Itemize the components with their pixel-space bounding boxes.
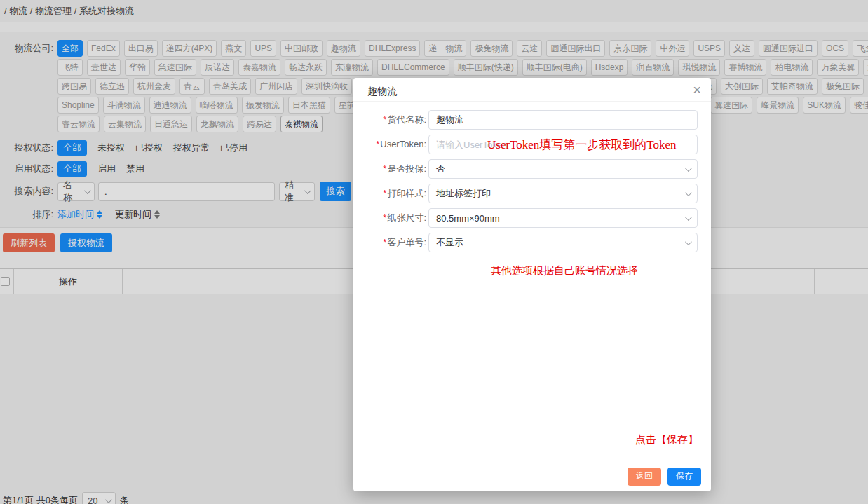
insurance-select[interactable]: 否 bbox=[428, 159, 698, 179]
chevron-down-icon bbox=[685, 238, 692, 245]
dialog-note-save: 点击【保存】 bbox=[635, 433, 698, 447]
field-usertoken: *UserToken: UserToken填写第一步获取到的Token bbox=[353, 135, 711, 154]
close-icon[interactable]: × bbox=[693, 82, 701, 97]
customer-number-value: 不显示 bbox=[436, 236, 463, 249]
chevron-down-icon bbox=[685, 189, 692, 196]
logistics-page: / 物流 / 物流管理 / 系统对接物流 物流公司: 全部FedEx出口易递四方… bbox=[0, 0, 868, 504]
field-paper-size: *纸张尺寸: 80.5mm×90mm bbox=[353, 208, 711, 228]
paper-size-label: 纸张尺寸: bbox=[387, 212, 426, 223]
field-print-style: *打印样式: 地址标签打印 bbox=[353, 184, 711, 203]
forwarder-name-label: 货代名称: bbox=[387, 114, 426, 125]
forwarder-name-input[interactable] bbox=[428, 110, 698, 130]
required-mark: * bbox=[383, 188, 386, 198]
customer-number-label: 客户单号: bbox=[387, 237, 426, 247]
dialog-title: 趣物流 bbox=[367, 86, 397, 97]
required-mark: * bbox=[383, 237, 386, 247]
save-button[interactable]: 保存 bbox=[667, 468, 701, 486]
print-style-select[interactable]: 地址标签打印 bbox=[428, 184, 698, 203]
dialog-note-options: 其他选项根据自己账号情况选择 bbox=[353, 264, 711, 278]
dialog-body: *货代名称: *UserToken: UserToken填写第一步获取到的Tok… bbox=[353, 102, 711, 278]
usertoken-input[interactable] bbox=[428, 135, 698, 154]
usertoken-label: UserToken: bbox=[380, 139, 426, 149]
print-style-label: 打印样式: bbox=[387, 188, 426, 198]
dialog-header: 趣物流 × bbox=[353, 78, 711, 102]
field-customer-number: *客户单号: 不显示 bbox=[353, 233, 711, 252]
logistics-config-dialog: 趣物流 × *货代名称: *UserToken: UserToken填写第一步获… bbox=[353, 78, 711, 491]
chevron-down-icon bbox=[685, 214, 692, 221]
field-insurance: *是否投保: 否 bbox=[353, 159, 711, 179]
insurance-label: 是否投保: bbox=[387, 163, 426, 174]
customer-number-select[interactable]: 不显示 bbox=[428, 233, 698, 252]
dialog-footer: 返回 保存 bbox=[353, 461, 711, 491]
field-forwarder-name: *货代名称: bbox=[353, 110, 711, 130]
back-button[interactable]: 返回 bbox=[628, 468, 661, 486]
print-style-value: 地址标签打印 bbox=[436, 187, 491, 200]
chevron-down-icon bbox=[685, 165, 692, 172]
required-mark: * bbox=[383, 163, 386, 174]
insurance-value: 否 bbox=[436, 163, 445, 175]
required-mark: * bbox=[376, 139, 379, 149]
paper-size-select[interactable]: 80.5mm×90mm bbox=[428, 208, 698, 228]
paper-size-value: 80.5mm×90mm bbox=[436, 213, 500, 224]
required-mark: * bbox=[383, 114, 386, 125]
required-mark: * bbox=[383, 212, 386, 223]
